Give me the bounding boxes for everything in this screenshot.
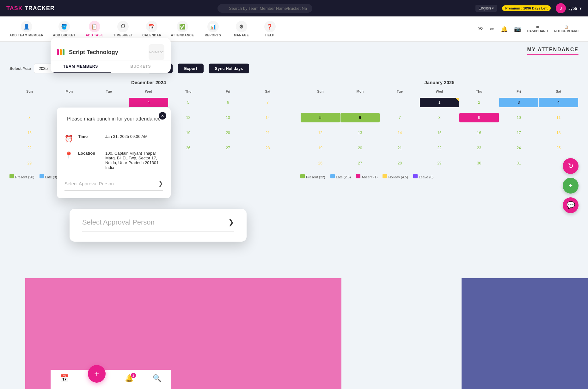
add-team-member-label: ADD TEAM MEMBER	[9, 34, 44, 37]
edit-icon[interactable]: ✏	[490, 26, 494, 33]
jan-d17: 17	[499, 125, 539, 140]
dropdown-chevron-icon: ❯	[228, 218, 234, 226]
help-label: HELP	[265, 34, 274, 37]
clock-icon: ⏰	[64, 135, 73, 143]
toolbar-add-task[interactable]: 📋 ADD TASK	[85, 21, 104, 37]
january-calendar: January 2025 Sun Mon Tue Wed Thu Fri Sat	[300, 80, 579, 179]
jan-d25: 25	[539, 140, 579, 156]
mobile-bottom-nav: 📅 + 🔔 2 🔍	[51, 370, 171, 389]
dec-d14: 14	[248, 110, 288, 125]
dec-empty3	[208, 156, 248, 171]
dashboard-nav[interactable]: ⊞ DASHBOARD	[527, 25, 548, 33]
premium-badge: Premium : 1096 Days Left	[502, 5, 551, 11]
jan-d29: 29	[420, 156, 459, 171]
dropdown-inner: Select Approval Person ❯	[82, 218, 234, 232]
export-button[interactable]: Export	[178, 64, 203, 73]
jan-d3: 3	[499, 95, 539, 110]
nav-right: English ▾ Premium : 1096 Days Left J Jyo…	[475, 3, 582, 13]
tab-buckets[interactable]: BUCKETS	[111, 60, 171, 73]
jan-d4: 4	[539, 95, 579, 110]
refresh-fab[interactable]: ↻	[563, 158, 579, 174]
punch-in-modal: × Please mark punch in for your attendan…	[57, 108, 171, 198]
dashboard-label: DASHBOARD	[527, 29, 548, 33]
add-fab[interactable]: +	[563, 178, 579, 194]
dec-sat-header: Sat	[248, 88, 288, 95]
toolbar-attendance[interactable]: ✅ ATTENDANCE	[171, 21, 194, 37]
jan-d24: 24	[499, 140, 539, 156]
dec-d19: 19	[168, 125, 208, 140]
panel-logo	[57, 49, 64, 55]
search-input[interactable]	[217, 4, 312, 13]
jan-d20: 20	[340, 140, 380, 156]
modal-title: Please mark punch in for your attendance	[64, 115, 163, 123]
toolbar-manage[interactable]: ⚙ MANAGE	[232, 21, 251, 37]
toolbar-reports[interactable]: 📊 REPORTS	[204, 21, 223, 37]
january-title: January 2025	[300, 80, 579, 85]
top-navigation: TASK TRACKER 🔍 English ▾ Premium : 1096 …	[0, 0, 588, 16]
jan-d14: 14	[380, 125, 420, 140]
attendance-label: ATTENDANCE	[171, 34, 194, 37]
toolbar-timesheet[interactable]: ⏱ TIMESHEET	[113, 21, 133, 37]
dec-d8: 8	[10, 110, 50, 125]
jan-d23: 23	[459, 140, 499, 156]
tab-team-members[interactable]: TEAM MEMBERS	[51, 60, 111, 73]
approval-person-select[interactable]: Select Approval Person ❯	[64, 180, 163, 191]
jan-empty3	[380, 95, 420, 110]
user-menu[interactable]: Jyoti	[568, 6, 577, 11]
reports-label: REPORTS	[205, 34, 221, 37]
jan-d21: 21	[380, 140, 420, 156]
timesheet-icon: ⏱	[117, 21, 129, 32]
jan-empty2	[340, 95, 380, 110]
january-legend: Present (22) Late (2.5) Absent (1) Holid…	[300, 174, 579, 179]
page-title: MY ATTENDANCE	[527, 47, 579, 55]
mobile-fab[interactable]: +	[88, 365, 106, 383]
toolbar-add-bucket[interactable]: 🪣 ADD BUCKET	[53, 21, 76, 37]
dec-empty4	[248, 156, 288, 171]
mobile-bell-badge: 2	[131, 373, 136, 378]
jan-mon-header: Mon	[340, 88, 380, 95]
jan-fri-header: Fri	[499, 88, 539, 95]
dec-d13: 13	[208, 110, 248, 125]
bell-icon[interactable]: 🔔	[501, 26, 508, 33]
jan-d16: 16	[459, 125, 499, 140]
mobile-bell-nav[interactable]: 🔔 2	[125, 374, 133, 382]
bg-blue-block	[462, 278, 588, 389]
panel-header: Script Technology NO IMAGE	[51, 38, 171, 60]
chat-fab[interactable]: 💬	[563, 197, 579, 213]
toolbar-calendar[interactable]: 📅 CALENDAR	[142, 21, 161, 37]
eye-icon[interactable]: 👁	[478, 26, 483, 32]
dec-d1	[10, 95, 50, 110]
fab-container: ↻ + 💬	[563, 158, 579, 213]
time-field: ⏰ Time Jan 31, 2025 09:36 AM	[64, 130, 163, 147]
approval-person-dropdown[interactable]: Select Approval Person ❯	[70, 209, 247, 242]
jan-tue-header: Tue	[380, 88, 420, 95]
jan-d28: 28	[380, 156, 420, 171]
manage-icon: ⚙	[236, 21, 247, 32]
notice-board-label: NOTICE BOARD	[554, 29, 579, 33]
search-wrapper: 🔍	[217, 4, 312, 13]
timesheet-label: TIMESHEET	[113, 34, 133, 37]
toolbar-add-team-member[interactable]: 👤 ADD TEAM MEMBER	[9, 21, 44, 37]
user-dropdown-icon: ▾	[579, 6, 582, 11]
modal-close-button[interactable]: ×	[159, 112, 166, 120]
mobile-search-nav[interactable]: 🔍	[153, 374, 161, 382]
camera-icon[interactable]: 📷	[514, 26, 521, 33]
sync-holidays-button[interactable]: Sync Holidays	[209, 64, 249, 73]
language-selector[interactable]: English ▾	[475, 5, 497, 12]
approval-chevron-icon: ❯	[158, 180, 163, 187]
dec-d5: 5	[168, 95, 208, 110]
mobile-calendar-icon: 📅	[60, 374, 69, 382]
toolbar-help[interactable]: ❓ HELP	[260, 21, 279, 37]
mobile-calendar-nav[interactable]: 📅	[60, 374, 69, 382]
jan-d2: 2	[459, 95, 499, 110]
location-label: Location	[78, 151, 100, 156]
jan-d22: 22	[420, 140, 459, 156]
location-icon: 📍	[64, 151, 73, 160]
calendar-icon: 📅	[146, 21, 157, 32]
jan-empty1	[301, 95, 340, 110]
jan-d18: 18	[539, 125, 579, 140]
dropdown-label: Select Approval Person	[82, 218, 155, 226]
add-task-icon: 📋	[89, 21, 100, 32]
notice-board-nav[interactable]: 📋 NOTICE BOARD	[554, 25, 579, 33]
jan-d31: 31	[499, 156, 539, 171]
